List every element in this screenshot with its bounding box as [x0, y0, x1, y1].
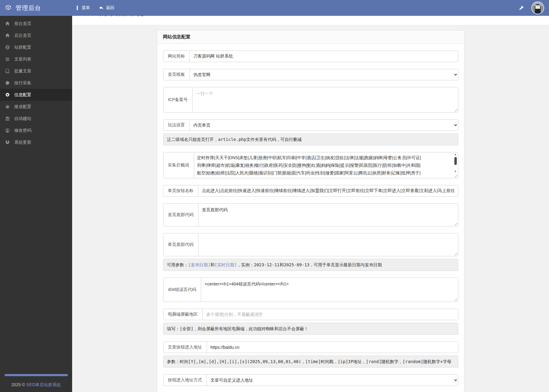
home-template-select[interactable]: 伪造官网: [190, 69, 458, 80]
sidebar-item-admin-home[interactable]: 后台首页: [0, 30, 72, 41]
sidebar-item-label: 站群配置: [14, 45, 31, 50]
play-mode-hint: 泛二级域名只能首页打开，article.php文件夹里有代码，可自行删减: [163, 133, 458, 145]
field-page-footer-code: 单页底部代码: [163, 233, 458, 256]
sidebar-item-push-config[interactable]: 推送配置: [0, 101, 72, 113]
home-icon: [5, 21, 10, 26]
pc-block-label: 电脑端屏蔽地区: [163, 309, 203, 320]
sidebar-item-label: 系统更新: [14, 140, 31, 145]
sidebar-item-row-collect[interactable]: 按行采集: [0, 77, 72, 89]
reply-arrow-icon: [99, 5, 104, 10]
topbar: 管理后台 菜单 返回: [0, 0, 549, 16]
hint-text: ，实例：2023-12-11和2025-09-13，可用于单页显示最新日期与发布…: [237, 262, 382, 267]
cube-icon: [5, 4, 12, 12]
hint-text: 可用参数：: [167, 262, 188, 267]
menu-button[interactable]: 菜单: [75, 5, 90, 11]
side-menu: 前台首页 后台首页 站群配置 文章列表: [0, 18, 72, 374]
site-name-label: 网站简称: [163, 51, 190, 62]
menu-label: 菜单: [82, 5, 90, 11]
sidebar-item-batch-articles[interactable]: 批量文章: [0, 65, 72, 77]
sidebar-item-label: 批量文章: [14, 68, 31, 74]
field-button-names: 单页按钮名称: [163, 185, 458, 197]
date-params-hint: 可用参数：[发布日期]和[实时日期]，实例：2023-12-11和2025-09…: [163, 259, 458, 271]
wrench-icon[interactable]: [519, 5, 524, 11]
brand: 管理后台: [0, 4, 72, 12]
brand-title: 管理后台: [16, 4, 41, 12]
home-icon: [5, 33, 10, 38]
article-url-input[interactable]: [207, 342, 458, 353]
sidebar-item-system-update[interactable]: 系统更新: [0, 136, 72, 148]
sidebar-item-change-password[interactable]: 修改密码: [0, 124, 72, 136]
enter-mode-label: 按钮进入地址方式: [163, 375, 207, 386]
user-circle-icon: [5, 128, 10, 133]
play-mode-label: 玩法设置: [163, 120, 190, 131]
field-site-name: 网站简称: [163, 51, 458, 62]
footer-link[interactable]: SEO单页站群系统: [26, 382, 61, 387]
menu-icon: [75, 5, 79, 10]
field-404-code: 404错误页代码 <center><h1>404错误页代码</center></…: [163, 278, 458, 302]
textarea-scrollbar[interactable]: ▲ ▼: [453, 152, 458, 178]
hint-text: 和: [210, 262, 215, 267]
copyright-year: 2025 ©: [11, 382, 26, 387]
pc-block-input[interactable]: [203, 309, 458, 320]
home-footer-code-textarea[interactable]: 首页底部代码: [198, 204, 458, 226]
realtime-date-param-link[interactable]: [实时日期]: [215, 262, 237, 267]
field-home-template: 首页模板 伪造官网: [163, 69, 458, 80]
panel-body: 网站简称 首页模板 伪造官网 ICP备案号: [157, 44, 464, 392]
page-footer-code-textarea[interactable]: [198, 233, 458, 256]
back-label: 返回: [106, 5, 114, 11]
home-template-label: 首页模板: [163, 69, 190, 80]
back-button[interactable]: 返回: [99, 5, 114, 11]
page-footer-code-label: 单页底部代码: [163, 233, 198, 256]
error404-textarea[interactable]: <center><h1>404错误页代码</center></h1>: [201, 278, 458, 302]
field-pc-block: 电脑端屏蔽地区: [163, 309, 458, 320]
magnet-icon: [5, 140, 10, 145]
bank-icon: [5, 116, 10, 121]
sidebar-item-article-list[interactable]: 文章列表: [0, 53, 72, 65]
scroll-down-icon[interactable]: ▼: [454, 170, 457, 173]
icp-textarea[interactable]: [193, 87, 458, 112]
book-icon: [5, 68, 10, 74]
sidebar-item-label: 修改密码: [14, 128, 31, 133]
sidebar-item-site-group-config[interactable]: 站群配置: [0, 41, 72, 53]
pc-block-hint: 填写：[全部]，则会屏蔽所有地区电脑端，此功能对蜘蛛和后台不会屏蔽！: [163, 323, 458, 335]
content-area: 网站信息配置 网站简称 首页模板 伪造官网 ICP备案号: [72, 25, 549, 392]
globe-icon: [5, 45, 10, 50]
sidebar: 前台首页 后台首页 站群配置 文章列表: [0, 16, 72, 392]
burst-icon: [5, 80, 10, 86]
field-article-url: 文章按钮进入地址: [163, 341, 458, 353]
sidebar-item-front-home[interactable]: 前台首页: [0, 18, 72, 30]
main-area: SEO单页站群系统 网站信息配置 网站简称 首页模板 伪造官网 ICP备案号: [72, 0, 549, 392]
play-mode-select[interactable]: 内页单页: [190, 120, 458, 131]
scroll-up-icon[interactable]: ▲: [454, 153, 457, 156]
scroll-thumb[interactable]: [454, 157, 457, 165]
gear-icon: [5, 92, 10, 97]
sidebar-item-label: 文章列表: [14, 57, 31, 62]
sidebar-item-label: 信息配置: [14, 92, 31, 98]
field-play-mode: 玩法设置 内页单页: [163, 119, 458, 131]
sidebar-item-info-config[interactable]: 信息配置: [0, 89, 72, 101]
field-icp: ICP备案号: [163, 87, 458, 113]
enter-mode-select[interactable]: 文章可自定义进入地址: [207, 375, 458, 386]
error404-label: 404错误页代码: [163, 278, 201, 302]
button-names-input[interactable]: [198, 185, 458, 196]
avatar[interactable]: [531, 2, 544, 14]
publish-date-param-link[interactable]: [发布日期]: [188, 262, 211, 267]
sidebar-footer: 2025 © SEO单页站群系统: [0, 374, 72, 392]
home-footer-code-label: 首页底部代码: [163, 204, 198, 226]
block-words-label: 采集拦截词: [163, 152, 194, 178]
site-name-input[interactable]: [190, 51, 458, 62]
sidebar-item-label: 按行采集: [14, 80, 31, 86]
article-url-label: 文章按钮进入地址: [163, 342, 207, 353]
topbar-nav: 菜单 返回: [75, 5, 114, 11]
copyright: 2025 © SEO单页站群系统: [0, 382, 72, 388]
sidebar-item-label: 推送配置: [14, 104, 31, 110]
block-words-textarea[interactable]: 定时炸弹|天天干|DNS|床垫|儿童|慈善|中职|机车|印刷|中学|酒店|卫生|…: [194, 152, 453, 178]
paw-icon: [5, 104, 10, 109]
sidebar-item-auto-build[interactable]: 自动建站: [0, 113, 72, 124]
field-home-footer-code: 首页底部代码 首页底部代码: [163, 203, 458, 226]
config-panel: 网站信息配置 网站简称 首页模板 伪造官网 ICP备案号: [157, 30, 464, 392]
button-names-label: 单页按钮名称: [163, 185, 198, 196]
list-icon: [5, 57, 10, 62]
sidebar-scroll-indicator: [5, 374, 68, 376]
panel-header: 网站信息配置: [157, 30, 464, 44]
